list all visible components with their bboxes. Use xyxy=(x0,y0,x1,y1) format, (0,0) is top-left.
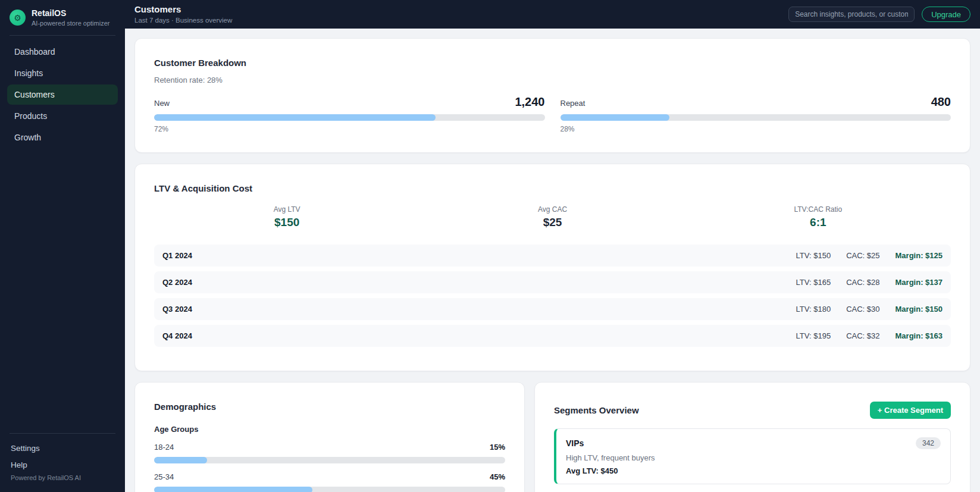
avg-cac-label: Avg CAC xyxy=(419,205,685,214)
sidebar-item-customers[interactable]: Customers xyxy=(7,84,118,105)
avg-ltv-value: $150 xyxy=(154,216,419,229)
repeat-customers-bar-track xyxy=(561,114,951,121)
repeat-customers-percent: 28% xyxy=(561,125,951,133)
sidebar-item-settings[interactable]: Settings xyxy=(7,440,118,456)
ltv-cac-ratio-label: LTV:CAC Ratio xyxy=(685,205,951,214)
age-groups-label: Age Groups xyxy=(154,425,505,434)
quarter-cac: CAC: $30 xyxy=(846,305,879,314)
quarter-margin: Margin: $163 xyxy=(896,331,943,340)
age-group-row: 25-34 45% xyxy=(154,472,505,492)
sidebar-item-products[interactable]: Products xyxy=(7,106,118,126)
new-customers-value: 1,240 xyxy=(515,95,544,109)
quarter-cac: CAC: $25 xyxy=(846,251,879,260)
sidebar-divider-bottom xyxy=(10,433,115,434)
quarter-margin: Margin: $150 xyxy=(896,305,943,314)
ltv-cac-ratio-value: 6:1 xyxy=(685,216,951,229)
avg-ltv-metric: Avg LTV $150 xyxy=(154,205,419,229)
quarter-ltv: LTV: $195 xyxy=(796,331,831,340)
customer-breakdown-title: Customer Breakdown xyxy=(154,58,951,68)
upgrade-button[interactable]: Upgrade xyxy=(922,7,970,22)
gear-icon: ⚙ xyxy=(10,10,26,26)
customer-breakdown-card: Customer Breakdown Retention rate: 28% N… xyxy=(134,38,970,153)
quarter-label: Q4 2024 xyxy=(162,331,192,340)
sidebar-divider-top xyxy=(10,35,115,36)
avg-ltv-label: Avg LTV xyxy=(154,205,419,214)
demographics-title: Demographics xyxy=(154,402,505,412)
repeat-customers-value: 480 xyxy=(931,95,951,109)
age-group-row: 18-24 15% xyxy=(154,443,505,463)
sidebar-item-insights[interactable]: Insights xyxy=(7,63,118,83)
quarter-label: Q1 2024 xyxy=(162,251,192,260)
table-row: Q3 2024 LTV: $180 CAC: $30 Margin: $150 xyxy=(154,298,951,320)
ltv-cac-card: LTV & Acquisition Cost Avg LTV $150 Avg … xyxy=(134,164,970,371)
quarter-rows: Q1 2024 LTV: $150 CAC: $25 Margin: $125 … xyxy=(154,245,951,347)
main-content: Customer Breakdown Retention rate: 28% N… xyxy=(125,29,980,492)
quarter-ltv: LTV: $165 xyxy=(796,278,831,287)
quarter-ltv: LTV: $150 xyxy=(796,251,831,260)
quarter-cac: CAC: $32 xyxy=(846,331,879,340)
age-group-bar-track xyxy=(154,487,505,492)
segments-title: Segments Overview xyxy=(554,405,639,415)
ltv-cac-ratio-metric: LTV:CAC Ratio 6:1 xyxy=(685,205,951,229)
segments-card: Segments Overview + Create Segment VIPs … xyxy=(534,382,970,492)
segment-vips[interactable]: VIPs 342 High LTV, frequent buyers Avg L… xyxy=(554,428,951,484)
segment-name: VIPs xyxy=(566,438,584,448)
table-row: Q4 2024 LTV: $195 CAC: $32 Margin: $163 xyxy=(154,325,951,347)
sidebar-item-dashboard[interactable]: Dashboard xyxy=(7,42,118,62)
topbar: Customers Last 7 days · Business overvie… xyxy=(125,0,980,29)
brand: ⚙ RetailOS AI-powered store optimizer xyxy=(7,8,118,27)
new-customers-percent: 72% xyxy=(154,125,545,133)
sidebar-item-growth[interactable]: Growth xyxy=(7,127,118,148)
age-group-label: 18-24 xyxy=(154,443,174,452)
new-customers-group: New 1,240 72% xyxy=(154,95,545,133)
avg-cac-metric: Avg CAC $25 xyxy=(419,205,685,229)
quarter-label: Q3 2024 xyxy=(162,305,192,314)
sidebar: ⚙ RetailOS AI-powered store optimizer Da… xyxy=(0,0,125,492)
demographics-card: Demographics Age Groups 18-24 15% 25-34 … xyxy=(134,382,525,492)
repeat-customers-label: Repeat xyxy=(561,99,586,108)
ltv-cac-title: LTV & Acquisition Cost xyxy=(154,183,951,193)
repeat-customers-bar-fill xyxy=(561,114,670,121)
quarter-cac: CAC: $28 xyxy=(846,278,879,287)
brand-name: RetailOS xyxy=(32,8,109,18)
age-group-bar-fill xyxy=(154,457,207,463)
table-row: Q1 2024 LTV: $150 CAC: $25 Margin: $125 xyxy=(154,245,951,267)
new-customers-label: New xyxy=(154,99,170,108)
page-subtitle: Last 7 days · Business overview xyxy=(134,17,232,24)
page-title: Customers xyxy=(134,4,232,14)
age-group-bar-fill xyxy=(154,487,312,492)
segment-description: High LTV, frequent buyers xyxy=(566,453,941,462)
segment-count-badge: 342 xyxy=(916,437,941,449)
quarter-ltv: LTV: $180 xyxy=(796,305,831,314)
age-group-bar-track xyxy=(154,457,505,463)
create-segment-button[interactable]: + Create Segment xyxy=(870,402,951,419)
sidebar-item-help[interactable]: Help xyxy=(7,456,118,473)
sidebar-footer: Settings Help Powered by RetailOS AI xyxy=(7,425,118,481)
brand-tagline: AI-powered store optimizer xyxy=(32,20,109,27)
quarter-margin: Margin: $125 xyxy=(896,251,943,260)
powered-by-label: Powered by RetailOS AI xyxy=(7,473,118,481)
age-group-percent: 45% xyxy=(490,472,505,481)
quarter-margin: Margin: $137 xyxy=(896,278,943,287)
avg-cac-value: $25 xyxy=(419,216,685,229)
age-group-percent: 15% xyxy=(490,443,505,452)
quarter-label: Q2 2024 xyxy=(162,278,192,287)
new-customers-bar-fill xyxy=(154,114,436,121)
segment-detail: Avg LTV: $450 xyxy=(566,466,941,475)
table-row: Q2 2024 LTV: $165 CAC: $28 Margin: $137 xyxy=(154,271,951,293)
retention-rate-label: Retention rate: 28% xyxy=(154,76,951,84)
repeat-customers-group: Repeat 480 28% xyxy=(561,95,951,133)
search-input[interactable] xyxy=(788,7,915,22)
sidebar-nav: Dashboard Insights Customers Products Gr… xyxy=(7,42,118,148)
age-group-label: 25-34 xyxy=(154,472,174,481)
new-customers-bar-track xyxy=(154,114,545,121)
